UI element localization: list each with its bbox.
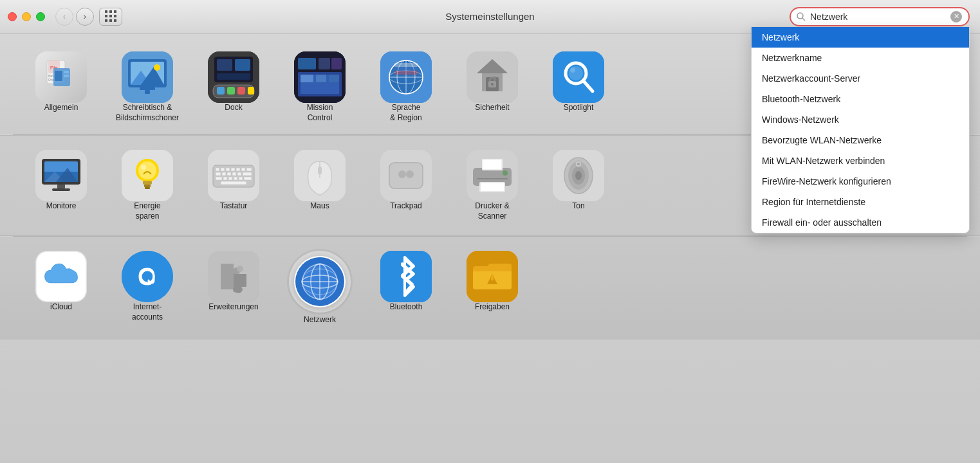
mission-icon [294,51,346,103]
app-spotlight[interactable]: Spotlight [537,46,620,128]
app-sprache[interactable]: Sprache& Region [364,46,448,128]
svg-rect-76 [221,168,225,171]
app-drucker[interactable]: Drucker &Scanner [450,145,534,226]
app-tastatur[interactable]: Tastatur [192,145,275,226]
app-maus[interactable]: Maus [278,145,362,226]
svg-rect-136 [491,277,494,280]
dropdown-item-netzwerkname[interactable]: Netzwerkname [752,48,969,68]
dropdown-item-wlan-bevorzugt[interactable]: Bevorzugte WLAN-Netzwerke [752,130,969,150]
app-dock[interactable]: Dock [192,46,275,128]
svg-rect-22 [227,87,235,95]
search-wrapper: ✕ [790,7,970,26]
svg-rect-9 [64,71,69,73]
monitore-label: Monitore [46,201,77,212]
tastatur-icon [208,150,259,201]
svg-rect-97 [318,167,322,174]
grid-view-button[interactable] [99,8,122,26]
app-sicherheit[interactable]: Sicherheit [450,46,534,128]
svg-rect-94 [221,181,246,185]
forward-button[interactable]: › [76,8,94,26]
dropdown-item-windows-netzwerk[interactable]: Windows-Netzwerk [752,109,969,130]
svg-rect-36 [316,75,326,82]
svg-rect-86 [237,172,241,176]
svg-rect-78 [231,168,235,171]
svg-rect-32 [331,58,342,69]
svg-rect-77 [226,168,230,171]
nav-buttons: ‹ › [55,8,94,26]
app-allgemein[interactable]: File New One Allgemein [19,46,103,128]
mission-label: MissionControl [307,103,333,123]
svg-rect-21 [217,87,225,95]
svg-rect-85 [232,172,236,176]
netzwerk-label: Netzwerk [304,315,336,325]
search-input[interactable] [810,12,948,22]
svg-rect-71 [145,187,150,189]
svg-rect-18 [145,90,150,94]
svg-rect-109 [477,178,508,179]
svg-rect-107 [483,160,501,169]
app-trackpad[interactable]: Trackpad [364,145,448,226]
dropdown-item-firewire[interactable]: FireWire-Netzwerk konfigurieren [752,171,969,192]
svg-point-57 [570,68,575,73]
svg-point-101 [406,170,414,178]
app-energie[interactable]: Energiesparen [106,145,189,226]
svg-line-1 [802,18,805,21]
close-button[interactable] [8,12,17,21]
app-monitore[interactable]: Monitore [19,145,103,226]
icloud-icon [35,251,87,302]
erweiterungen-label: Erweiterungen [208,302,258,313]
app-netzwerk[interactable]: Netzwerk [278,246,362,331]
dropdown-item-netzwerkaccount[interactable]: Netzwerkaccount-Server [752,68,969,89]
search-area: ✕ Netzwerk Netzwerkname Netzwerkaccount-… [790,7,970,26]
dropdown-item-wlan-verbinden[interactable]: Mit WLAN-Netzwerk verbinden [752,150,969,171]
svg-point-0 [797,13,803,19]
sicherheit-label: Sicherheit [475,103,509,113]
svg-rect-65 [52,188,70,191]
svg-rect-105 [481,183,504,191]
dropdown-item-bluetooth-netzwerk[interactable]: Bluetooth-Netzwerk [752,89,969,109]
svg-rect-30 [298,58,316,69]
internet-icon [122,251,173,302]
dropdown-item-firewall[interactable]: Firewall ein- oder ausschalten [752,212,969,233]
section-3: iCloud Internet-accounts [0,237,980,340]
svg-point-52 [491,83,494,86]
svg-rect-23 [237,87,245,95]
dropdown-item-netzwerk[interactable]: Netzwerk [752,27,969,48]
trackpad-label: Trackpad [390,201,422,212]
traffic-lights [8,12,45,21]
svg-rect-92 [239,177,243,180]
sprache-icon [380,51,432,103]
sicherheit-icon [467,51,518,103]
svg-rect-75 [216,168,219,171]
maximize-button[interactable] [36,12,45,21]
app-icloud[interactable]: iCloud [19,246,103,331]
svg-point-122 [237,266,243,272]
svg-point-123 [233,286,239,293]
energie-label: Energiesparen [134,201,160,221]
svg-point-16 [154,64,160,71]
app-ton[interactable]: Ton [537,145,620,226]
svg-rect-24 [248,87,254,95]
energie-icon [122,150,173,201]
internet-label: Internet-accounts [132,302,163,322]
svg-rect-37 [329,75,339,82]
back-button[interactable]: ‹ [55,8,73,26]
spotlight-label: Spotlight [564,103,594,113]
svg-rect-84 [227,172,231,176]
app-freigaben[interactable]: Freigaben [450,246,534,331]
svg-rect-99 [389,163,423,188]
minimize-button[interactable] [22,12,31,21]
app-internet[interactable]: Internet-accounts [106,246,189,331]
schreibtisch-label: Schreibtisch &Bildschirmschoner [116,103,179,123]
app-mission[interactable]: MissionControl [278,46,362,128]
svg-rect-91 [234,177,237,180]
app-erweiterungen[interactable]: Erweiterungen [192,246,275,331]
svg-rect-88 [216,177,222,180]
search-clear-button[interactable]: ✕ [950,11,962,23]
dropdown-item-region[interactable]: Region für Internetdienste [752,192,969,212]
ton-icon [553,150,604,201]
app-bluetooth[interactable]: Bluetooth [364,246,448,331]
app-schreibtisch[interactable]: Schreibtisch &Bildschirmschoner [106,46,189,128]
netzwerk-highlight [289,251,351,313]
svg-point-72 [141,165,146,170]
